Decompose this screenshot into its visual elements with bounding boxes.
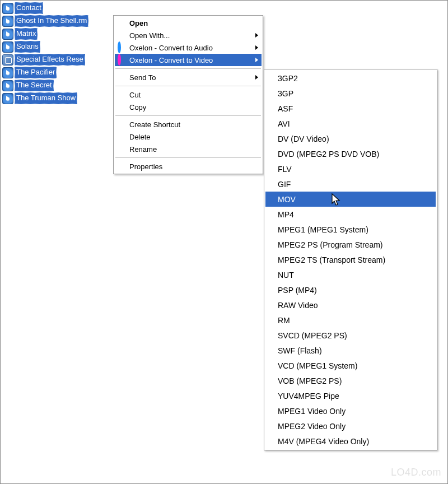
menu-send-to[interactable]: Send To [115,71,262,83]
format-label: MPEG1 (MPEG1 System) [278,225,368,234]
format-label: ASF [278,104,293,113]
menu-open[interactable]: Open [115,17,262,29]
menu-properties[interactable]: Properties [115,160,262,173]
menu-separator [115,86,261,86]
format-label: NUT [278,271,294,280]
format-label: VOB (MPEG2 PS) [278,376,342,385]
chevron-right-icon [255,45,258,50]
format-option[interactable]: DV (DV Video) [265,131,436,146]
menu-label: Oxelon - Convert to Audio [129,44,213,52]
menu-label: Create Shortcut [129,120,180,129]
file-item[interactable]: Solaris [2,40,90,53]
menu-label: Send To [129,73,156,82]
file-label: The Secret [15,80,54,91]
format-label: RM [278,316,290,325]
watermark: LO4D.com [391,467,441,478]
file-item[interactable]: Matrix [2,27,90,40]
menu-open-with[interactable]: Open With... [115,29,262,41]
format-option[interactable]: AVI [265,116,436,131]
format-label: RAW Video [278,301,318,310]
media-file-icon [2,3,13,14]
media-file-icon [2,16,13,27]
format-option[interactable]: MPEG2 TS (Transport Stream) [265,252,436,267]
format-option[interactable]: MPEG1 Video Only [265,403,436,418]
format-label: MPEG2 TS (Transport Stream) [278,255,385,264]
chevron-right-icon [255,75,258,80]
menu-oxelon-video[interactable]: Oxelon - Convert to Video [115,54,262,66]
media-file-icon [2,67,13,78]
format-option[interactable]: ASF [265,101,436,116]
format-label: MPEG1 Video Only [278,407,346,416]
format-option[interactable]: MP4 [265,207,436,222]
format-option[interactable]: NUT [265,267,436,282]
format-label: 3GP [278,89,293,98]
format-label: MP4 [278,210,294,219]
media-file-icon [2,29,13,40]
menu-label: Open [129,19,148,27]
menu-rename[interactable]: Rename [115,143,262,155]
format-option[interactable]: PSP (MP4) [265,282,436,297]
menu-separator [115,157,261,158]
format-label: AVI [278,119,290,128]
format-option[interactable]: 3GP2 [265,71,436,86]
format-label: YUV4MPEG Pipe [278,392,339,401]
menu-copy[interactable]: Copy [115,101,262,113]
format-option[interactable]: FLV [265,161,436,176]
format-option[interactable]: MPEG1 (MPEG1 System) [265,222,436,237]
format-label: MPEG2 PS (Program Stream) [278,240,383,249]
menu-label: Copy [129,103,146,111]
oxelon-video-icon [118,55,127,64]
media-file-icon [2,80,13,91]
menu-label: Oxelon - Convert to Video [129,56,213,64]
format-label: VCD (MPEG1 System) [278,361,357,370]
file-list: ContactGhost In The Shell.rmMatrixSolari… [2,2,90,105]
menu-oxelon-audio[interactable]: Oxelon - Convert to Audio [115,41,262,54]
file-item[interactable]: Special Effects Rese [2,53,90,66]
format-option[interactable]: MPEG2 Video Only [265,418,436,434]
format-label: GIF [278,180,291,189]
file-label: Ghost In The Shell.rm [15,15,88,27]
format-option[interactable]: SWF (Flash) [265,343,436,358]
format-label: MPEG2 Video Only [278,422,346,431]
context-menu: Open Open With... Oxelon - Convert to Au… [113,15,263,174]
format-option[interactable]: VCD (MPEG1 System) [265,358,436,373]
file-item[interactable]: The Pacifier [2,66,90,79]
format-option[interactable]: RAW Video [265,297,436,313]
menu-label: Delete [129,133,151,141]
format-option[interactable]: 3GP [265,86,436,101]
format-option[interactable]: MOV [265,192,436,207]
html-file-icon [2,54,13,66]
format-label: FLV [278,165,292,174]
format-option[interactable]: VOB (MPEG2 PS) [265,373,436,388]
format-label: 3GP2 [278,74,298,83]
format-option[interactable]: MPEG2 PS (Program Stream) [265,237,436,252]
menu-cut[interactable]: Cut [115,89,262,101]
file-label: The Pacifier [15,67,57,78]
menu-label: Properties [129,162,162,171]
menu-delete[interactable]: Delete [115,131,262,143]
menu-label: Rename [129,145,157,153]
format-label: SWF (Flash) [278,346,322,355]
menu-label: Cut [129,91,141,99]
video-format-submenu: 3GP23GPASFAVIDV (DV Video)DVD (MPEG2 PS … [264,69,437,450]
file-item[interactable]: Ghost In The Shell.rm [2,15,90,27]
file-item[interactable]: The Truman Show [2,92,90,105]
chevron-right-icon [255,33,258,38]
format-label: SVCD (MPEG2 PS) [278,331,347,340]
menu-create-shortcut[interactable]: Create Shortcut [115,118,262,131]
oxelon-audio-icon [118,43,127,52]
format-option[interactable]: GIF [265,176,436,192]
file-label: The Truman Show [15,92,77,104]
format-label: PSP (MP4) [278,286,317,295]
format-option[interactable]: SVCD (MPEG2 PS) [265,328,436,343]
file-item[interactable]: Contact [2,2,90,15]
file-label: Solaris [15,41,40,53]
format-option[interactable]: DVD (MPEG2 PS DVD VOB) [265,146,436,161]
chevron-right-icon [255,58,258,62]
file-label: Contact [15,2,43,14]
format-option[interactable]: M4V (MPEG4 Video Only) [265,434,436,449]
format-option[interactable]: YUV4MPEG Pipe [265,388,436,403]
format-option[interactable]: RM [265,313,436,328]
file-item[interactable]: The Secret [2,79,90,92]
format-label: MOV [278,195,296,204]
